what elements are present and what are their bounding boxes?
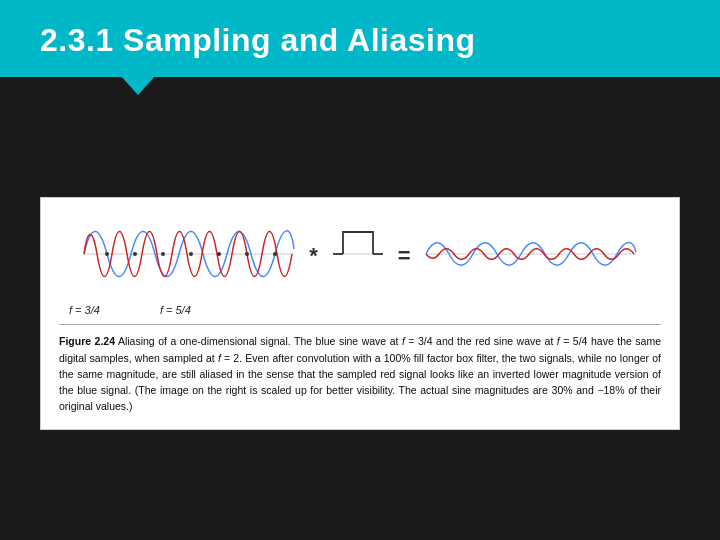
slide-title: 2.3.1 Sampling and Aliasing xyxy=(40,22,680,59)
figure-number: Figure 2.24 xyxy=(59,335,115,347)
multiply-operator: * xyxy=(309,243,318,269)
freq-labels: f = 3/4 f = 5/4 xyxy=(59,304,661,316)
freq-label-2: f = 5/4 xyxy=(160,304,191,316)
header-triangle xyxy=(120,75,156,95)
content-area: * = xyxy=(0,77,720,540)
left-waves xyxy=(79,214,299,298)
svg-point-4 xyxy=(189,252,193,256)
svg-point-2 xyxy=(133,252,137,256)
figure-caption: Figure 2.24 Aliasing of a one-dimensiona… xyxy=(59,324,661,414)
right-waves xyxy=(421,214,641,298)
svg-point-6 xyxy=(245,252,249,256)
figure-top: * = xyxy=(59,214,661,298)
svg-point-1 xyxy=(105,252,109,256)
caption-text: Aliasing of a one-dimensional signal. Th… xyxy=(59,335,661,412)
equals-operator: = xyxy=(398,243,411,269)
freq-label-1: f = 3/4 xyxy=(69,304,100,316)
svg-point-7 xyxy=(273,252,277,256)
box-filter xyxy=(328,214,388,298)
figure-box: * = xyxy=(40,197,680,429)
svg-point-3 xyxy=(161,252,165,256)
slide-container: 2.3.1 Sampling and Aliasing xyxy=(0,0,720,540)
svg-point-5 xyxy=(217,252,221,256)
inverted-text: inverted xyxy=(493,368,530,380)
slide-header: 2.3.1 Sampling and Aliasing xyxy=(0,0,720,77)
